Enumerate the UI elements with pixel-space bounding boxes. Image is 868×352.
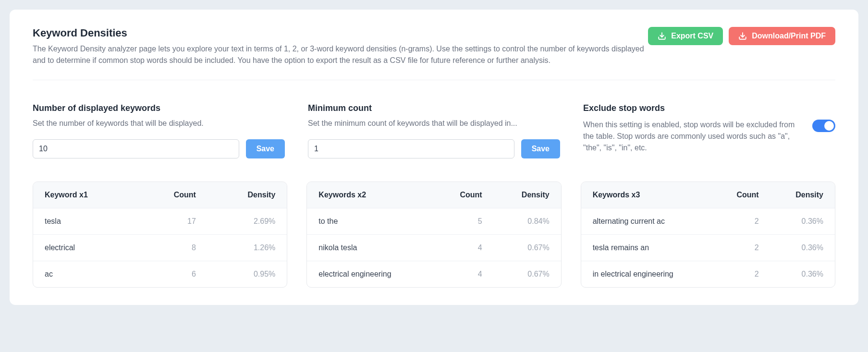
setting-num-keywords-title: Number of displayed keywords	[33, 103, 285, 113]
th-density: Density	[208, 182, 287, 208]
page-description: The Keyword Density analyzer page lets y…	[33, 43, 648, 66]
table-row: tesla remains an20.36%	[581, 235, 835, 261]
cell-keyword: nikola tesla	[307, 235, 434, 261]
stop-words-toggle[interactable]	[812, 120, 835, 132]
th-keyword: Keywords x3	[581, 182, 713, 208]
table-row: to the50.84%	[307, 208, 561, 235]
cell-keyword: electrical engineering	[307, 261, 434, 288]
cell-density: 1.26%	[208, 235, 287, 261]
download-icon	[658, 32, 666, 40]
cell-keyword: to the	[307, 208, 434, 235]
th-count: Count	[713, 182, 770, 208]
th-count: Count	[434, 182, 494, 208]
export-csv-label: Export CSV	[671, 32, 713, 40]
export-csv-button[interactable]: Export CSV	[648, 27, 723, 45]
table-row: in electrical engineering20.36%	[581, 261, 835, 288]
input-row: Save	[308, 139, 560, 158]
setting-min-count-desc: Set the minimum count of keywords that w…	[308, 119, 560, 128]
min-count-input[interactable]	[308, 139, 514, 158]
tables-row: Keyword x1 Count Density tesla172.69%ele…	[33, 182, 835, 288]
table-row: electrical81.26%	[33, 235, 287, 261]
cell-density: 2.69%	[208, 208, 287, 235]
table-row: alternating current ac20.36%	[581, 208, 835, 235]
th-keyword: Keywords x2	[307, 182, 434, 208]
table-header-row: Keywords x3 Count Density	[581, 182, 835, 208]
cell-count: 6	[137, 261, 208, 288]
cell-count: 4	[434, 261, 494, 288]
table-row: tesla172.69%	[33, 208, 287, 235]
th-keyword: Keyword x1	[33, 182, 137, 208]
cell-density: 0.36%	[770, 261, 835, 288]
cell-keyword: tesla remains an	[581, 235, 713, 261]
setting-stop-words-desc: When this setting is enabled, stop words…	[583, 119, 803, 154]
cell-count: 2	[713, 235, 770, 261]
cell-count: 4	[434, 235, 494, 261]
table-header-row: Keywords x2 Count Density	[307, 182, 561, 208]
th-count: Count	[137, 182, 208, 208]
cell-keyword: in electrical engineering	[581, 261, 713, 288]
download-pdf-button[interactable]: Download/Print PDF	[729, 27, 835, 45]
table-x3: Keywords x3 Count Density alternating cu…	[581, 182, 835, 288]
setting-min-count-title: Minimum count	[308, 103, 560, 113]
keyword-table-x2: Keywords x2 Count Density to the50.84%ni…	[307, 182, 561, 287]
cell-density: 0.95%	[208, 261, 287, 288]
header: Keyword Densities The Keyword Density an…	[33, 27, 835, 80]
cell-count: 8	[137, 235, 208, 261]
settings-row: Number of displayed keywords Set the num…	[33, 80, 835, 182]
cell-density: 0.67%	[494, 261, 561, 288]
cell-count: 5	[434, 208, 494, 235]
setting-min-count: Minimum count Set the minimum count of k…	[308, 103, 560, 158]
save-num-keywords-button[interactable]: Save	[246, 139, 285, 158]
download-pdf-label: Download/Print PDF	[752, 32, 826, 40]
cell-keyword: alternating current ac	[581, 208, 713, 235]
cell-keyword: tesla	[33, 208, 137, 235]
cell-density: 0.84%	[494, 208, 561, 235]
setting-stop-words: Exclude stop words When this setting is …	[583, 103, 835, 158]
table-row: electrical engineering40.67%	[307, 261, 561, 288]
keyword-table-x1: Keyword x1 Count Density tesla172.69%ele…	[33, 182, 287, 287]
cell-density: 0.36%	[770, 208, 835, 235]
table-row: ac60.95%	[33, 261, 287, 288]
input-row: Save	[33, 139, 285, 158]
page-title: Keyword Densities	[33, 27, 648, 39]
setting-stop-words-text: Exclude stop words When this setting is …	[583, 103, 803, 154]
header-text: Keyword Densities The Keyword Density an…	[33, 27, 648, 66]
cell-keyword: ac	[33, 261, 137, 288]
cell-keyword: electrical	[33, 235, 137, 261]
num-keywords-input[interactable]	[33, 139, 239, 158]
setting-stop-words-title: Exclude stop words	[583, 103, 803, 113]
download-icon	[738, 32, 747, 40]
cell-count: 17	[137, 208, 208, 235]
table-row: nikola tesla40.67%	[307, 235, 561, 261]
main-card: Keyword Densities The Keyword Density an…	[10, 10, 858, 305]
cell-density: 0.36%	[770, 235, 835, 261]
table-x1: Keyword x1 Count Density tesla172.69%ele…	[33, 182, 287, 288]
th-density: Density	[770, 182, 835, 208]
save-min-count-button[interactable]: Save	[521, 139, 560, 158]
header-actions: Export CSV Download/Print PDF	[648, 27, 835, 45]
setting-num-keywords-desc: Set the number of keywords that will be …	[33, 119, 285, 128]
keyword-table-x3: Keywords x3 Count Density alternating cu…	[581, 182, 835, 287]
th-density: Density	[494, 182, 561, 208]
table-x2: Keywords x2 Count Density to the50.84%ni…	[306, 182, 561, 288]
cell-count: 2	[713, 208, 770, 235]
table-header-row: Keyword x1 Count Density	[33, 182, 287, 208]
setting-num-keywords: Number of displayed keywords Set the num…	[33, 103, 285, 158]
cell-density: 0.67%	[494, 235, 561, 261]
cell-count: 2	[713, 261, 770, 288]
